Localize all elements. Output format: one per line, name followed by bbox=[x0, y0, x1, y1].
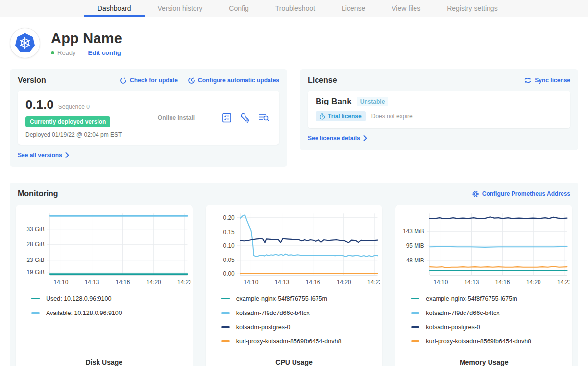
view-logs-button[interactable] bbox=[258, 112, 270, 123]
tab-version-history[interactable]: Version history bbox=[145, 0, 216, 17]
see-license-details-link[interactable]: See license details bbox=[308, 135, 367, 142]
version-panel: Version Check for update bbox=[10, 69, 287, 167]
svg-text:14:23: 14:23 bbox=[368, 279, 381, 286]
gear-icon bbox=[472, 190, 479, 198]
configure-prometheus-button[interactable]: Configure Prometheus Address bbox=[472, 190, 570, 198]
version-number: 0.1.0 bbox=[25, 97, 54, 112]
svg-text:33 GiB: 33 GiB bbox=[26, 226, 44, 233]
legend-item: example-nginx-54f8f76755-l675m bbox=[411, 295, 570, 302]
svg-text:14:16: 14:16 bbox=[306, 279, 320, 286]
legend-label: example-nginx-54f8f76755-l675m bbox=[236, 295, 327, 302]
legend-color-dash bbox=[221, 298, 230, 299]
divider bbox=[82, 49, 82, 56]
svg-text:14:10: 14:10 bbox=[54, 279, 69, 286]
license-name: Big Bank bbox=[316, 97, 352, 106]
license-panel: License Sync license Big Bank Unstable bbox=[300, 69, 578, 150]
install-type: Online Install bbox=[131, 114, 221, 121]
svg-text:95 MiB: 95 MiB bbox=[406, 242, 424, 249]
memory-usage-chart: 14:1014:1314:1614:2014:23143 MiB95 MiB48… bbox=[397, 209, 570, 288]
tab-config[interactable]: Config bbox=[216, 0, 262, 17]
legend-label: Used: 10.128.0.96:9100 bbox=[46, 295, 111, 302]
svg-text:0.15: 0.15 bbox=[223, 229, 234, 235]
legend-item: kotsadm-postgres-0 bbox=[411, 324, 570, 331]
checklist-icon bbox=[221, 112, 232, 123]
svg-text:0.10: 0.10 bbox=[223, 242, 234, 249]
check-for-update-button[interactable]: Check for update bbox=[120, 77, 178, 84]
deployed-timestamp: Deployed 01/19/22 @ 02:04 pm EST bbox=[25, 131, 131, 138]
license-card: Big Bank Unstable Trial license Does not… bbox=[308, 91, 570, 128]
svg-text:14:13: 14:13 bbox=[85, 279, 99, 286]
status-dot bbox=[51, 51, 54, 54]
kubernetes-logo bbox=[14, 32, 36, 54]
tab-view-files[interactable]: View files bbox=[378, 0, 434, 17]
legend-item: example-nginx-54f8f76755-l675m bbox=[221, 295, 381, 302]
legend-item: kotsadm-postgres-0 bbox=[221, 324, 381, 331]
schedule-icon bbox=[188, 77, 195, 84]
app-header: App Name Ready Edit config bbox=[10, 28, 578, 58]
legend-label: kurl-proxy-kotsadm-8569fb6454-dnvh8 bbox=[426, 338, 531, 345]
svg-text:28 GiB: 28 GiB bbox=[26, 241, 44, 248]
legend-label: kotsadm-postgres-0 bbox=[236, 324, 290, 331]
svg-text:14:10: 14:10 bbox=[434, 279, 448, 286]
svg-text:14:13: 14:13 bbox=[465, 279, 479, 286]
legend-label: kurl-proxy-kotsadm-8569fb6454-dnvh8 bbox=[236, 338, 342, 345]
legend-item: kotsadm-7f9dc7d66c-b4tcx bbox=[411, 310, 570, 316]
svg-text:14:16: 14:16 bbox=[116, 279, 130, 286]
configure-automatic-updates-button[interactable]: Configure automatic updates bbox=[188, 77, 279, 84]
legend-color-dash bbox=[411, 312, 419, 314]
svg-text:23 GiB: 23 GiB bbox=[26, 257, 44, 263]
svg-text:19 GiB: 19 GiB bbox=[26, 269, 44, 276]
trial-license-badge: Trial license bbox=[316, 111, 366, 121]
legend-item: kotsadm-7f9dc7d66c-b4tcx bbox=[221, 310, 381, 316]
edit-config-link[interactable]: Edit config bbox=[88, 49, 121, 56]
status-text: Ready bbox=[57, 49, 76, 56]
legend-color-dash bbox=[411, 298, 419, 299]
chevron-right-icon bbox=[363, 135, 367, 141]
cpu-usage-legend: example-nginx-54f8f76755-l675mkotsadm-7f… bbox=[221, 295, 381, 352]
sync-icon bbox=[524, 77, 532, 84]
license-title: License bbox=[308, 76, 337, 85]
file-search-icon bbox=[258, 112, 270, 123]
version-title: Version bbox=[18, 76, 46, 85]
stopwatch-icon bbox=[319, 113, 325, 120]
legend-label: kotsadm-7f9dc7d66c-b4tcx bbox=[426, 310, 499, 316]
legend-item: Available: 10.128.0.96:9100 bbox=[31, 310, 191, 316]
sync-license-button[interactable]: Sync license bbox=[524, 77, 570, 84]
cpu-usage-chart-card: 14:1014:1314:1614:2014:230.200.150.100.0… bbox=[206, 205, 383, 366]
nav-tabs: DashboardVersion historyConfigTroublesho… bbox=[84, 0, 511, 17]
tab-license[interactable]: License bbox=[328, 0, 378, 17]
version-sequence: Sequence 0 bbox=[58, 104, 90, 110]
preflight-checks-button[interactable] bbox=[221, 112, 232, 123]
svg-text:14:10: 14:10 bbox=[244, 279, 258, 286]
deployed-badge: Currently deployed version bbox=[25, 116, 110, 127]
svg-text:14:16: 14:16 bbox=[495, 279, 510, 286]
legend-label: example-nginx-54f8f76755-l675m bbox=[426, 295, 517, 302]
memory-usage-chart-card: 14:1014:1314:1614:2014:23143 MiB95 MiB48… bbox=[395, 205, 572, 366]
see-all-versions-link[interactable]: See all versions bbox=[18, 152, 69, 158]
disk-usage-chart: 14:1014:1314:1614:2014:2333 GiB28 GiB23 … bbox=[18, 209, 191, 288]
legend-item: kurl-proxy-kotsadm-8569fb6454-dnvh8 bbox=[221, 338, 381, 345]
legend-label: kotsadm-7f9dc7d66c-b4tcx bbox=[236, 310, 310, 316]
disk-usage-legend: Used: 10.128.0.96:9100Available: 10.128.… bbox=[31, 295, 191, 324]
tab-dashboard[interactable]: Dashboard bbox=[84, 0, 145, 17]
svg-text:0.05: 0.05 bbox=[223, 257, 234, 263]
chart-title: Memory Usage bbox=[397, 352, 570, 366]
svg-text:0.00: 0.00 bbox=[223, 270, 234, 277]
top-nav: DashboardVersion historyConfigTroublesho… bbox=[0, 0, 588, 17]
monitoring-panel: Monitoring Configure Prometheus Address … bbox=[10, 183, 578, 366]
edit-config-icon-button[interactable] bbox=[240, 112, 250, 123]
svg-text:14:23: 14:23 bbox=[557, 279, 570, 286]
license-expiry: Does not expire bbox=[371, 113, 413, 120]
svg-text:14:20: 14:20 bbox=[147, 279, 161, 286]
chart-title: CPU Usage bbox=[208, 352, 381, 366]
cpu-usage-chart: 14:1014:1314:1614:2014:230.200.150.100.0… bbox=[208, 209, 381, 288]
legend-color-dash bbox=[221, 326, 230, 328]
svg-text:14:13: 14:13 bbox=[274, 279, 289, 286]
svg-text:14:20: 14:20 bbox=[526, 279, 541, 286]
tab-troubleshoot[interactable]: Troubleshoot bbox=[262, 0, 328, 17]
tab-registry-settings[interactable]: Registry settings bbox=[434, 0, 511, 17]
legend-color-dash bbox=[411, 340, 419, 342]
svg-text:0.20: 0.20 bbox=[223, 214, 234, 221]
disk-usage-chart-card: 14:1014:1314:1614:2014:2333 GiB28 GiB23 … bbox=[16, 205, 193, 366]
memory-usage-legend: example-nginx-54f8f76755-l675mkotsadm-7f… bbox=[411, 295, 570, 352]
